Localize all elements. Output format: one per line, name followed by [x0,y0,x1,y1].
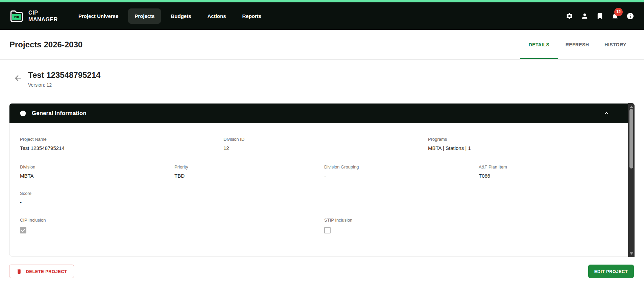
nav-item-project-universe[interactable]: Project Universe [72,8,125,24]
tab-history[interactable]: HISTORY [596,30,635,59]
section-title: General Information [32,110,87,117]
field-division: Division MBTA [20,164,174,179]
field-label: STIP Inclusion [324,218,617,223]
field-value: T086 [479,173,617,179]
field-value: TBD [174,173,324,179]
trash-icon [16,269,22,274]
field-cip-inclusion: CIP Inclusion [20,218,324,233]
project-version: Version: 12 [28,82,100,88]
tab-refresh[interactable]: REFRESH [558,30,596,59]
project-heading: Test 123548795214 Version: 12 [0,60,644,88]
delete-project-button[interactable]: DELETE PROJECT [9,265,74,278]
settings-gear-icon[interactable] [566,12,574,20]
nav-item-budgets[interactable]: Budgets [164,8,197,24]
notification-count-badge: 12 [614,8,623,16]
back-arrow-icon[interactable] [14,74,22,83]
nav-item-projects[interactable]: Projects [128,8,161,24]
edit-project-button[interactable]: EDIT PROJECT [588,265,634,278]
scrollbar-thumb[interactable] [629,109,633,168]
field-stip-inclusion: STIP Inclusion [324,218,617,233]
field-row: Project Name Test 123548795214 Division … [20,137,617,151]
field-project-name: Project Name Test 123548795214 [20,137,223,151]
nav-item-reports[interactable]: Reports [236,8,268,24]
tab-details[interactable]: DETAILS [520,30,558,59]
app-title: CIP MANAGER [28,9,58,23]
app-root: CIP CIP MANAGER Project Universe Project… [0,0,644,293]
field-label: Division [20,164,174,170]
field-division-id: Division ID 12 [223,137,428,151]
svg-text:CIP: CIP [14,15,20,19]
stip-inclusion-checkbox[interactable] [324,227,331,233]
page-title: Projects 2026-2030 [9,40,82,49]
section-info-icon [20,110,26,117]
field-label: Project Name [20,137,223,142]
general-information-body: Project Name Test 123548795214 Division … [9,123,634,233]
field-label: A&F Plan Item [479,164,617,170]
field-row: Score - [20,191,617,205]
navbar-icon-group: 12 [566,12,635,20]
user-profile-icon[interactable] [581,12,589,20]
card-scrollbar[interactable] [628,103,635,257]
field-label: Division ID [223,137,428,142]
field-value: MBTA | Stations | 1 [428,145,617,151]
detail-tabs: DETAILS REFRESH HISTORY [520,30,635,59]
field-af-plan-item: A&F Plan Item T086 [479,164,617,179]
field-label: Score [20,191,617,196]
notifications-bell-icon[interactable]: 12 [611,12,619,20]
field-value: 12 [223,145,428,151]
field-priority: Priority TBD [174,164,324,179]
collapse-chevron-up-icon[interactable] [602,109,611,117]
field-label: Programs [428,137,617,142]
field-value: Test 123548795214 [20,145,223,151]
general-information-card: General Information Project Name Test 12… [9,103,635,256]
brand-accent-strip [0,0,644,2]
field-value: MBTA [20,173,174,179]
info-icon[interactable] [626,12,635,20]
field-label: Division Grouping [324,164,479,170]
project-title: Test 123548795214 [28,70,100,80]
field-programs: Programs MBTA | Stations | 1 [428,137,617,151]
nav-item-actions[interactable]: Actions [201,8,232,24]
delete-project-label: DELETE PROJECT [26,269,67,274]
edit-project-label: EDIT PROJECT [594,269,628,274]
folder-logo-icon: CIP [9,10,24,23]
field-row: CIP Inclusion STIP Inclusion [20,218,617,233]
app-title-line2: MANAGER [28,16,58,23]
field-division-grouping: Division Grouping - [324,164,479,179]
field-score: Score - [20,191,617,205]
project-title-block: Test 123548795214 Version: 12 [28,70,100,88]
bookmark-icon[interactable] [596,12,604,20]
field-label: CIP Inclusion [20,218,324,223]
main-nav: Project Universe Projects Budgets Action… [72,8,268,24]
field-value: - [324,173,479,179]
field-label: Priority [174,164,324,170]
general-information-header[interactable]: General Information [9,104,634,123]
top-navbar: CIP CIP MANAGER Project Universe Project… [0,2,644,30]
cip-inclusion-checkbox[interactable] [20,227,26,233]
app-logo[interactable]: CIP CIP MANAGER [9,9,58,23]
field-row: Division MBTA Priority TBD Division Grou… [20,164,617,179]
scrollbar-up-arrow[interactable] [630,106,633,108]
app-title-line1: CIP [28,9,58,16]
scrollbar-down-arrow[interactable] [630,252,633,255]
field-value: - [20,199,617,205]
page-header: Projects 2026-2030 DETAILS REFRESH HISTO… [0,30,644,60]
